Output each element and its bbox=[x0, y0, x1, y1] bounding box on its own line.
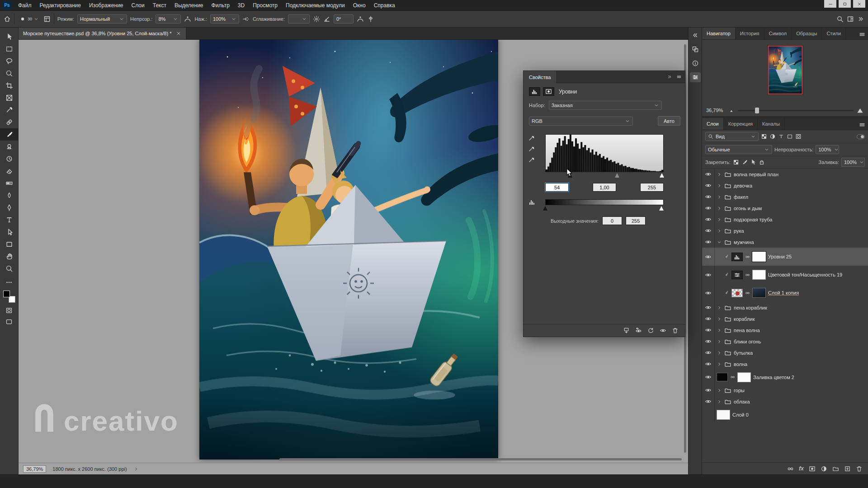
layer-mask-thumbnail[interactable] bbox=[752, 288, 766, 298]
gray-point-sampler-icon[interactable] bbox=[528, 146, 535, 153]
layer-visibility-toggle[interactable] bbox=[702, 324, 715, 336]
layer-name[interactable]: девочка bbox=[734, 183, 752, 188]
gradient-tool[interactable] bbox=[0, 177, 19, 189]
chevron-right-icon[interactable] bbox=[717, 350, 722, 356]
lock-position-icon[interactable] bbox=[750, 159, 756, 165]
chevron-right-icon[interactable] bbox=[717, 328, 722, 333]
layers-tab-1[interactable]: Коррекция bbox=[724, 118, 758, 130]
layer-name[interactable]: мужчина bbox=[734, 239, 754, 245]
layer-visibility-toggle[interactable] bbox=[702, 236, 715, 248]
workspace-switcher-icon[interactable] bbox=[847, 15, 854, 23]
path-select-tool[interactable] bbox=[0, 226, 19, 238]
new-layer-icon[interactable] bbox=[844, 465, 851, 472]
layer-visibility-toggle[interactable] bbox=[702, 202, 715, 214]
layer-row[interactable]: блики огонь bbox=[702, 336, 868, 347]
menubar-item-7[interactable]: 3D bbox=[234, 0, 249, 11]
layer-name[interactable]: факел bbox=[734, 194, 748, 200]
input-black-field[interactable]: 54 bbox=[545, 183, 569, 192]
layer-name[interactable]: Уровни 25 bbox=[768, 254, 792, 259]
airbrush-icon[interactable] bbox=[242, 15, 250, 23]
horizontal-scrollbar[interactable] bbox=[279, 458, 682, 460]
fill-color-thumbnail[interactable] bbox=[717, 373, 728, 381]
move-tool[interactable] bbox=[0, 31, 19, 43]
chevron-right-icon[interactable] bbox=[717, 228, 722, 234]
marquee-tool[interactable] bbox=[0, 43, 19, 55]
zoom-in-icon[interactable] bbox=[857, 107, 864, 114]
filter-pixel-layers-icon[interactable] bbox=[761, 133, 767, 140]
output-white-slider[interactable] bbox=[659, 206, 664, 211]
layer-name[interactable]: блики огонь bbox=[734, 339, 761, 344]
auto-button[interactable]: Авто bbox=[658, 116, 680, 126]
levels-histogram[interactable] bbox=[545, 134, 664, 172]
eraser-tool[interactable] bbox=[0, 165, 19, 177]
menubar-item-3[interactable]: Слои bbox=[127, 0, 149, 11]
layer-visibility-toggle[interactable] bbox=[702, 266, 715, 284]
properties-tab[interactable]: Свойства bbox=[524, 71, 556, 83]
layer-name[interactable]: волна bbox=[734, 361, 747, 367]
filter-adjustment-layers-icon[interactable] bbox=[769, 133, 776, 140]
white-point-sampler-icon[interactable] bbox=[528, 157, 535, 164]
expand-panels-icon[interactable] bbox=[690, 30, 701, 40]
clone-stamp-tool[interactable] bbox=[0, 141, 19, 153]
delete-layer-icon[interactable] bbox=[856, 465, 863, 472]
layer-mask-thumbnail[interactable] bbox=[752, 270, 766, 280]
levels-adjustment-thumbnail[interactable] bbox=[731, 253, 743, 261]
menubar-item-4[interactable]: Текст bbox=[149, 0, 170, 11]
layer-visibility-toggle[interactable] bbox=[702, 225, 715, 236]
more-options-icon[interactable] bbox=[857, 15, 864, 23]
layer-visibility-toggle[interactable] bbox=[702, 214, 715, 225]
layer-visibility-toggle[interactable] bbox=[702, 347, 715, 358]
color-panel-icon[interactable] bbox=[690, 44, 701, 54]
layer-row[interactable]: мужчина bbox=[702, 236, 868, 248]
menubar-item-8[interactable]: Просмотр bbox=[249, 0, 282, 11]
hue-saturation-adjustment-thumbnail[interactable] bbox=[731, 271, 743, 279]
pen-tool[interactable] bbox=[0, 202, 19, 214]
zoom-out-icon[interactable] bbox=[729, 108, 735, 113]
zoom-slider-thumb[interactable] bbox=[755, 108, 759, 113]
layer-row[interactable]: Цветовой тон/Насыщенность 19 bbox=[702, 266, 868, 284]
chevron-right-icon[interactable] bbox=[717, 194, 722, 200]
chevron-right-icon[interactable] bbox=[717, 361, 722, 367]
layer-name[interactable]: Слой 0 bbox=[732, 412, 749, 418]
layer-name[interactable]: пена волна bbox=[734, 328, 760, 333]
quick-select-tool[interactable] bbox=[0, 67, 19, 80]
size-pressure-icon[interactable] bbox=[357, 15, 364, 23]
document-tab[interactable]: Морское путешествие.psd @ 36,8% (Уровни … bbox=[19, 28, 186, 39]
layer-name[interactable]: облака bbox=[734, 399, 750, 404]
navigator-tab-3[interactable]: Образцы bbox=[792, 28, 822, 39]
chevron-right-icon[interactable] bbox=[717, 399, 722, 404]
layer-name[interactable]: пена кораблик bbox=[734, 305, 767, 310]
layers-menu-icon[interactable] bbox=[859, 121, 866, 128]
navigator-tab-4[interactable]: Стили bbox=[822, 28, 846, 39]
properties-menu-icon[interactable] bbox=[676, 74, 682, 80]
layers-opacity-field[interactable]: 100% bbox=[816, 145, 839, 154]
layer-row[interactable]: волна первый план bbox=[702, 169, 868, 180]
filter-shape-layers-icon[interactable] bbox=[787, 133, 793, 140]
collapse-panel-icon[interactable] bbox=[667, 74, 672, 80]
lock-all-icon[interactable] bbox=[759, 159, 765, 165]
reset-adjustment-icon[interactable] bbox=[647, 327, 654, 334]
layer-name[interactable]: Цветовой тон/Насыщенность 19 bbox=[768, 272, 842, 277]
view-previous-state-icon[interactable] bbox=[635, 327, 642, 334]
preset-select[interactable]: Заказная bbox=[549, 101, 662, 110]
smoothing-field[interactable] bbox=[288, 14, 310, 23]
chevron-right-icon[interactable] bbox=[717, 172, 722, 177]
layer-thumbnail[interactable] bbox=[731, 289, 743, 297]
status-zoom-field[interactable]: 36,79% bbox=[23, 465, 46, 473]
layer-row[interactable]: бутылка bbox=[702, 347, 868, 358]
layer-row[interactable]: волна bbox=[702, 358, 868, 370]
link-layers-icon[interactable] bbox=[787, 465, 794, 472]
layer-name[interactable]: волна первый план bbox=[734, 172, 778, 177]
menubar-item-11[interactable]: Справка bbox=[370, 0, 399, 11]
menubar-item-9[interactable]: Подключаемые модули bbox=[282, 0, 349, 11]
input-gamma-field[interactable]: 1,00 bbox=[593, 183, 616, 192]
layers-fill-field[interactable]: 100% bbox=[841, 158, 865, 167]
layers-tab-0[interactable]: Слои bbox=[702, 118, 724, 130]
chevron-right-icon[interactable] bbox=[717, 217, 722, 222]
layer-row[interactable]: факел bbox=[702, 191, 868, 202]
output-white-field[interactable]: 255 bbox=[626, 216, 646, 225]
brush-angle-field[interactable]: 0° bbox=[334, 14, 354, 23]
opacity-field[interactable]: 8% bbox=[156, 14, 181, 23]
new-group-icon[interactable] bbox=[832, 465, 839, 472]
layer-row[interactable]: облака bbox=[702, 396, 868, 407]
